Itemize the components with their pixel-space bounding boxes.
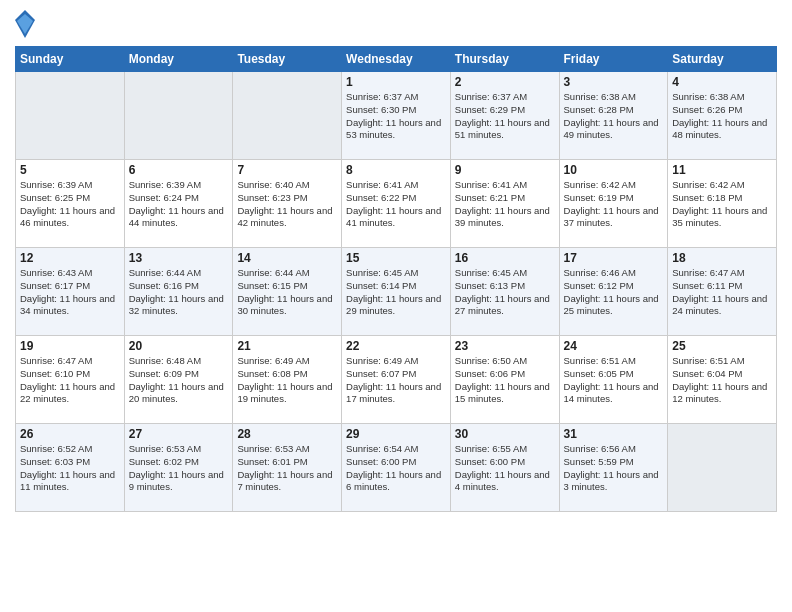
- day-number: 25: [672, 339, 772, 353]
- day-info: Sunrise: 6:38 AM Sunset: 6:28 PM Dayligh…: [564, 91, 664, 142]
- calendar-cell: 4Sunrise: 6:38 AM Sunset: 6:26 PM Daylig…: [668, 72, 777, 160]
- day-info: Sunrise: 6:49 AM Sunset: 6:08 PM Dayligh…: [237, 355, 337, 406]
- day-number: 12: [20, 251, 120, 265]
- day-info: Sunrise: 6:45 AM Sunset: 6:13 PM Dayligh…: [455, 267, 555, 318]
- day-number: 29: [346, 427, 446, 441]
- day-number: 5: [20, 163, 120, 177]
- day-info: Sunrise: 6:56 AM Sunset: 5:59 PM Dayligh…: [564, 443, 664, 494]
- day-info: Sunrise: 6:50 AM Sunset: 6:06 PM Dayligh…: [455, 355, 555, 406]
- day-number: 23: [455, 339, 555, 353]
- day-info: Sunrise: 6:51 AM Sunset: 6:05 PM Dayligh…: [564, 355, 664, 406]
- calendar-cell: 27Sunrise: 6:53 AM Sunset: 6:02 PM Dayli…: [124, 424, 233, 512]
- calendar-cell: 8Sunrise: 6:41 AM Sunset: 6:22 PM Daylig…: [342, 160, 451, 248]
- day-number: 20: [129, 339, 229, 353]
- day-info: Sunrise: 6:46 AM Sunset: 6:12 PM Dayligh…: [564, 267, 664, 318]
- day-number: 28: [237, 427, 337, 441]
- calendar-cell: [668, 424, 777, 512]
- day-info: Sunrise: 6:39 AM Sunset: 6:25 PM Dayligh…: [20, 179, 120, 230]
- day-number: 31: [564, 427, 664, 441]
- day-number: 6: [129, 163, 229, 177]
- day-number: 15: [346, 251, 446, 265]
- day-number: 8: [346, 163, 446, 177]
- calendar-cell: 21Sunrise: 6:49 AM Sunset: 6:08 PM Dayli…: [233, 336, 342, 424]
- day-info: Sunrise: 6:48 AM Sunset: 6:09 PM Dayligh…: [129, 355, 229, 406]
- day-info: Sunrise: 6:39 AM Sunset: 6:24 PM Dayligh…: [129, 179, 229, 230]
- calendar-cell: 5Sunrise: 6:39 AM Sunset: 6:25 PM Daylig…: [16, 160, 125, 248]
- weekday-header-thursday: Thursday: [450, 47, 559, 72]
- calendar-cell: 7Sunrise: 6:40 AM Sunset: 6:23 PM Daylig…: [233, 160, 342, 248]
- calendar-header-row: SundayMondayTuesdayWednesdayThursdayFrid…: [16, 47, 777, 72]
- logo: [15, 10, 39, 38]
- day-number: 16: [455, 251, 555, 265]
- day-number: 3: [564, 75, 664, 89]
- day-number: 24: [564, 339, 664, 353]
- calendar-week-row: 12Sunrise: 6:43 AM Sunset: 6:17 PM Dayli…: [16, 248, 777, 336]
- calendar-cell: 20Sunrise: 6:48 AM Sunset: 6:09 PM Dayli…: [124, 336, 233, 424]
- day-number: 27: [129, 427, 229, 441]
- calendar-week-row: 5Sunrise: 6:39 AM Sunset: 6:25 PM Daylig…: [16, 160, 777, 248]
- day-number: 4: [672, 75, 772, 89]
- weekday-header-wednesday: Wednesday: [342, 47, 451, 72]
- day-info: Sunrise: 6:47 AM Sunset: 6:11 PM Dayligh…: [672, 267, 772, 318]
- calendar-cell: 13Sunrise: 6:44 AM Sunset: 6:16 PM Dayli…: [124, 248, 233, 336]
- day-info: Sunrise: 6:37 AM Sunset: 6:30 PM Dayligh…: [346, 91, 446, 142]
- day-info: Sunrise: 6:49 AM Sunset: 6:07 PM Dayligh…: [346, 355, 446, 406]
- calendar-cell: 15Sunrise: 6:45 AM Sunset: 6:14 PM Dayli…: [342, 248, 451, 336]
- day-info: Sunrise: 6:55 AM Sunset: 6:00 PM Dayligh…: [455, 443, 555, 494]
- calendar-cell: [124, 72, 233, 160]
- day-number: 11: [672, 163, 772, 177]
- weekday-header-sunday: Sunday: [16, 47, 125, 72]
- day-info: Sunrise: 6:40 AM Sunset: 6:23 PM Dayligh…: [237, 179, 337, 230]
- calendar-cell: 28Sunrise: 6:53 AM Sunset: 6:01 PM Dayli…: [233, 424, 342, 512]
- day-number: 10: [564, 163, 664, 177]
- day-info: Sunrise: 6:45 AM Sunset: 6:14 PM Dayligh…: [346, 267, 446, 318]
- weekday-header-monday: Monday: [124, 47, 233, 72]
- weekday-header-saturday: Saturday: [668, 47, 777, 72]
- day-info: Sunrise: 6:41 AM Sunset: 6:21 PM Dayligh…: [455, 179, 555, 230]
- calendar-cell: 29Sunrise: 6:54 AM Sunset: 6:00 PM Dayli…: [342, 424, 451, 512]
- calendar-cell: 2Sunrise: 6:37 AM Sunset: 6:29 PM Daylig…: [450, 72, 559, 160]
- calendar-week-row: 19Sunrise: 6:47 AM Sunset: 6:10 PM Dayli…: [16, 336, 777, 424]
- calendar-table: SundayMondayTuesdayWednesdayThursdayFrid…: [15, 46, 777, 512]
- calendar-cell: 1Sunrise: 6:37 AM Sunset: 6:30 PM Daylig…: [342, 72, 451, 160]
- calendar-cell: 25Sunrise: 6:51 AM Sunset: 6:04 PM Dayli…: [668, 336, 777, 424]
- header: [15, 10, 777, 38]
- day-number: 1: [346, 75, 446, 89]
- day-info: Sunrise: 6:47 AM Sunset: 6:10 PM Dayligh…: [20, 355, 120, 406]
- day-number: 19: [20, 339, 120, 353]
- calendar-cell: 24Sunrise: 6:51 AM Sunset: 6:05 PM Dayli…: [559, 336, 668, 424]
- day-number: 7: [237, 163, 337, 177]
- day-info: Sunrise: 6:44 AM Sunset: 6:16 PM Dayligh…: [129, 267, 229, 318]
- logo-icon: [15, 10, 35, 38]
- day-number: 2: [455, 75, 555, 89]
- calendar-cell: 23Sunrise: 6:50 AM Sunset: 6:06 PM Dayli…: [450, 336, 559, 424]
- day-info: Sunrise: 6:38 AM Sunset: 6:26 PM Dayligh…: [672, 91, 772, 142]
- calendar-week-row: 26Sunrise: 6:52 AM Sunset: 6:03 PM Dayli…: [16, 424, 777, 512]
- day-info: Sunrise: 6:51 AM Sunset: 6:04 PM Dayligh…: [672, 355, 772, 406]
- day-info: Sunrise: 6:42 AM Sunset: 6:18 PM Dayligh…: [672, 179, 772, 230]
- calendar-cell: 17Sunrise: 6:46 AM Sunset: 6:12 PM Dayli…: [559, 248, 668, 336]
- weekday-header-tuesday: Tuesday: [233, 47, 342, 72]
- day-info: Sunrise: 6:43 AM Sunset: 6:17 PM Dayligh…: [20, 267, 120, 318]
- calendar-cell: 19Sunrise: 6:47 AM Sunset: 6:10 PM Dayli…: [16, 336, 125, 424]
- day-info: Sunrise: 6:41 AM Sunset: 6:22 PM Dayligh…: [346, 179, 446, 230]
- day-number: 26: [20, 427, 120, 441]
- calendar-cell: 3Sunrise: 6:38 AM Sunset: 6:28 PM Daylig…: [559, 72, 668, 160]
- calendar-cell: 16Sunrise: 6:45 AM Sunset: 6:13 PM Dayli…: [450, 248, 559, 336]
- day-info: Sunrise: 6:53 AM Sunset: 6:02 PM Dayligh…: [129, 443, 229, 494]
- calendar-cell: 9Sunrise: 6:41 AM Sunset: 6:21 PM Daylig…: [450, 160, 559, 248]
- calendar-week-row: 1Sunrise: 6:37 AM Sunset: 6:30 PM Daylig…: [16, 72, 777, 160]
- day-number: 18: [672, 251, 772, 265]
- calendar-cell: 30Sunrise: 6:55 AM Sunset: 6:00 PM Dayli…: [450, 424, 559, 512]
- calendar-cell: 11Sunrise: 6:42 AM Sunset: 6:18 PM Dayli…: [668, 160, 777, 248]
- day-number: 17: [564, 251, 664, 265]
- calendar-cell: [233, 72, 342, 160]
- calendar-cell: 12Sunrise: 6:43 AM Sunset: 6:17 PM Dayli…: [16, 248, 125, 336]
- day-info: Sunrise: 6:44 AM Sunset: 6:15 PM Dayligh…: [237, 267, 337, 318]
- calendar-cell: 10Sunrise: 6:42 AM Sunset: 6:19 PM Dayli…: [559, 160, 668, 248]
- day-number: 14: [237, 251, 337, 265]
- calendar-cell: 31Sunrise: 6:56 AM Sunset: 5:59 PM Dayli…: [559, 424, 668, 512]
- calendar-cell: 22Sunrise: 6:49 AM Sunset: 6:07 PM Dayli…: [342, 336, 451, 424]
- day-info: Sunrise: 6:54 AM Sunset: 6:00 PM Dayligh…: [346, 443, 446, 494]
- day-number: 21: [237, 339, 337, 353]
